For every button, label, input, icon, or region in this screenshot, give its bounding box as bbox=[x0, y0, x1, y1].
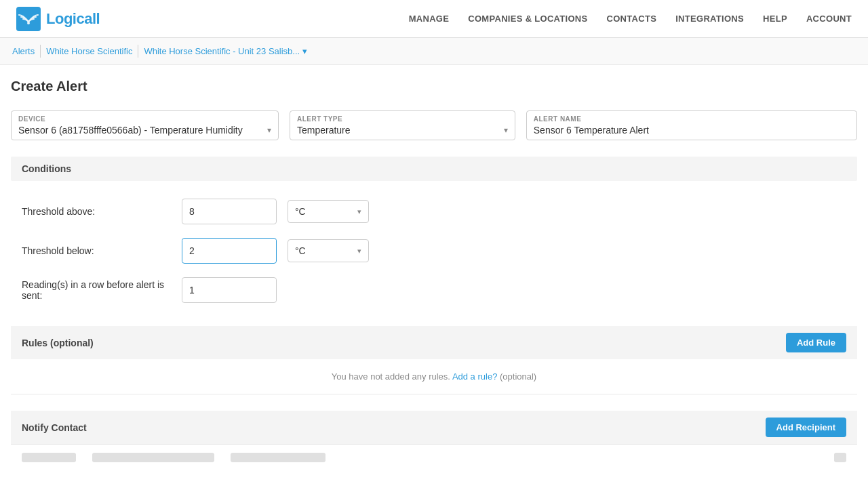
breadcrumb: Alerts White Horse Scientific White Hors… bbox=[0, 38, 868, 65]
threshold-above-input[interactable] bbox=[182, 201, 277, 222]
page-title: Create Alert bbox=[11, 79, 857, 94]
add-rule-link[interactable]: Add a rule? bbox=[452, 371, 498, 382]
blur-block-3 bbox=[231, 453, 326, 462]
blurred-contact-row bbox=[11, 444, 857, 470]
no-rules-message: You have not added any rules. Add a rule… bbox=[11, 359, 857, 394]
threshold-below-unit-select[interactable]: °C ▾ bbox=[288, 239, 369, 262]
alert-type-label: ALERT TYPE bbox=[297, 115, 508, 123]
breadcrumb-unit[interactable]: White Horse Scientific - Unit 23 Salisb.… bbox=[138, 45, 313, 58]
rules-header-row: Rules (optional) Add Rule bbox=[11, 326, 857, 359]
nav-companies[interactable]: COMPANIES & LOCATIONS bbox=[468, 14, 587, 24]
readings-row: Reading(s) in a row before alert is sent… bbox=[11, 270, 857, 310]
threshold-above-unit-arrow: ▾ bbox=[357, 207, 361, 216]
alert-name-value: Sensor 6 Temperature Alert bbox=[534, 125, 649, 136]
alert-type-dropdown-arrow: ▾ bbox=[504, 125, 508, 135]
rules-section: Rules (optional) Add Rule You have not a… bbox=[11, 326, 857, 394]
threshold-below-input[interactable] bbox=[182, 240, 277, 262]
svg-rect-0 bbox=[16, 7, 41, 31]
blur-block-2 bbox=[92, 453, 214, 462]
device-field[interactable]: DEVICE Sensor 6 (a81758fffe0566ab) - Tem… bbox=[11, 110, 279, 140]
device-dropdown-arrow: ▾ bbox=[267, 125, 271, 135]
threshold-below-unit-value: °C bbox=[295, 245, 306, 256]
svg-point-1 bbox=[27, 22, 30, 24]
alert-name-label: ALERT NAME bbox=[534, 115, 850, 123]
add-recipient-button[interactable]: Add Recipient bbox=[766, 418, 846, 437]
breadcrumb-company[interactable]: White Horse Scientific bbox=[41, 45, 138, 58]
blur-block-1 bbox=[22, 453, 76, 462]
nav-account[interactable]: ACCOUNT bbox=[806, 14, 852, 24]
add-rule-button[interactable]: Add Rule bbox=[786, 333, 846, 352]
alert-type-value-row: Temperature ▾ bbox=[297, 125, 508, 136]
breadcrumb-alerts[interactable]: Alerts bbox=[11, 45, 41, 58]
form-top-row: DEVICE Sensor 6 (a81758fffe0566ab) - Tem… bbox=[11, 110, 857, 140]
threshold-above-label: Threshold above: bbox=[22, 206, 171, 217]
alert-type-value: Temperature bbox=[297, 125, 351, 136]
nav-manage[interactable]: MANAGE bbox=[409, 14, 450, 24]
logo-icon bbox=[16, 7, 41, 31]
nav-contacts[interactable]: CONTACTS bbox=[607, 14, 657, 24]
notify-title: Notify Contact bbox=[22, 422, 87, 433]
threshold-below-unit-arrow: ▾ bbox=[357, 247, 361, 256]
threshold-above-unit-select[interactable]: °C ▾ bbox=[288, 200, 369, 223]
threshold-below-row: Threshold below: ▲ ▼ °C ▾ bbox=[11, 231, 857, 270]
threshold-below-input-wrap[interactable]: ▲ ▼ bbox=[182, 238, 277, 264]
logo[interactable]: Logicall bbox=[16, 7, 100, 31]
chevron-down-icon: ▾ bbox=[302, 46, 307, 56]
alert-type-field[interactable]: ALERT TYPE Temperature ▾ bbox=[290, 110, 515, 140]
blur-block-4 bbox=[834, 453, 846, 462]
nav-help[interactable]: HELP bbox=[763, 14, 787, 24]
page-content: Create Alert DEVICE Sensor 6 (a81758fffe… bbox=[0, 65, 868, 488]
top-nav: MANAGE COMPANIES & LOCATIONS CONTACTS IN… bbox=[409, 14, 852, 24]
notify-section: Notify Contact Add Recipient bbox=[11, 411, 857, 470]
conditions-header: Conditions bbox=[11, 157, 857, 181]
threshold-above-row: Threshold above: ▲ ▼ °C ▾ bbox=[11, 192, 857, 231]
readings-input-wrap[interactable]: ▲ ▼ bbox=[182, 277, 277, 303]
logo-text: Logicall bbox=[46, 10, 100, 28]
threshold-above-input-wrap[interactable]: ▲ ▼ bbox=[182, 199, 277, 224]
readings-input[interactable] bbox=[182, 279, 277, 301]
threshold-above-unit-value: °C bbox=[295, 206, 306, 217]
device-value: Sensor 6 (a81758fffe0566ab) - Temperatur… bbox=[18, 125, 243, 136]
notify-header-row: Notify Contact Add Recipient bbox=[11, 411, 857, 444]
device-label: DEVICE bbox=[18, 115, 271, 123]
conditions-section: Conditions Threshold above: ▲ ▼ °C ▾ Thr… bbox=[11, 157, 857, 310]
nav-integrations[interactable]: INTEGRATIONS bbox=[675, 14, 744, 24]
device-value-row: Sensor 6 (a81758fffe0566ab) - Temperatur… bbox=[18, 125, 271, 136]
threshold-below-label: Threshold below: bbox=[22, 245, 171, 256]
readings-label: Reading(s) in a row before alert is sent… bbox=[22, 279, 171, 301]
alert-name-field[interactable]: ALERT NAME Sensor 6 Temperature Alert bbox=[526, 110, 857, 140]
rules-title: Rules (optional) bbox=[22, 338, 94, 348]
alert-name-value-row: Sensor 6 Temperature Alert bbox=[534, 125, 850, 136]
header: Logicall MANAGE COMPANIES & LOCATIONS CO… bbox=[0, 0, 868, 38]
